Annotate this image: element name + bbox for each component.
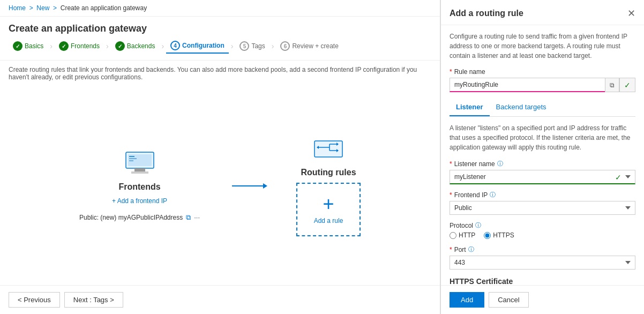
step-icon-configuration: 4 bbox=[170, 41, 180, 50]
frontends-label: Frontends bbox=[118, 182, 160, 192]
step-sep-5: › bbox=[272, 42, 274, 50]
frontends-icon bbox=[124, 150, 156, 177]
https-cert-heading: HTTPS Certificate bbox=[450, 277, 635, 285]
step-sep-2: › bbox=[106, 42, 109, 50]
prev-button[interactable]: < Previous bbox=[9, 292, 60, 308]
protocol-label-text: Protocol bbox=[450, 222, 473, 229]
routing-rules-box: Routing rules + Add a rule bbox=[296, 136, 361, 236]
tab-backend-targets[interactable]: Backend targets bbox=[490, 99, 553, 116]
rule-name-check-btn[interactable]: ✓ bbox=[619, 78, 635, 92]
listener-name-label-text: Listener name bbox=[454, 160, 495, 168]
protocol-https-option[interactable]: HTTPS bbox=[484, 231, 514, 239]
port-label-text: Port bbox=[454, 246, 466, 253]
step-frontends[interactable]: ✓ Frontends bbox=[55, 39, 104, 53]
listener-name-group: * Listener name ⓘ myListener ✓ bbox=[450, 160, 635, 184]
step-tags[interactable]: 5 Tags bbox=[235, 39, 269, 53]
step-label-tags: Tags bbox=[251, 42, 265, 50]
frontend-ip-label-text: Frontend IP bbox=[454, 191, 488, 199]
add-button[interactable]: Add bbox=[450, 292, 484, 308]
rule-name-group: * Rule name ⧉ ✓ bbox=[450, 68, 635, 92]
more-icon[interactable]: ··· bbox=[194, 213, 200, 221]
page-title: Create an application gateway bbox=[0, 17, 440, 39]
rule-name-label: * Rule name bbox=[450, 68, 635, 76]
protocol-https-label: HTTPS bbox=[493, 231, 514, 239]
port-label: * Port ⓘ bbox=[450, 245, 635, 253]
listener-description: A listener "listens" on a specified port… bbox=[450, 123, 635, 152]
panel-header: Add a routing rule ✕ bbox=[441, 0, 644, 25]
cancel-button[interactable]: Cancel bbox=[489, 292, 528, 308]
bottom-bar: < Previous Next : Tags > bbox=[0, 285, 440, 314]
next-button[interactable]: Next : Tags > bbox=[64, 292, 123, 308]
protocol-label: Protocol ⓘ bbox=[450, 221, 635, 229]
add-rule-plus-icon: + bbox=[323, 195, 334, 214]
description: Create routing rules that link your fron… bbox=[0, 61, 440, 86]
listener-name-select[interactable]: myListener bbox=[450, 170, 635, 184]
step-label-configuration: Configuration bbox=[182, 42, 224, 49]
panel-body: Configure a routing rule to send traffic… bbox=[441, 25, 644, 285]
port-group: * Port ⓘ 443 bbox=[450, 245, 635, 270]
frontend-item-text: Public: (new) myAGPublicIPAddress bbox=[79, 214, 183, 221]
step-icon-review: 6 bbox=[280, 41, 290, 51]
step-icon-tags: 5 bbox=[239, 41, 249, 51]
left-panel: Home > New > Create an application gatew… bbox=[0, 0, 440, 314]
frontend-item-row: Public: (new) myAGPublicIPAddress ⧉ ··· bbox=[79, 213, 200, 222]
frontend-ip-label: * Frontend IP ⓘ bbox=[450, 191, 635, 199]
protocol-http-option[interactable]: HTTP bbox=[450, 231, 475, 239]
protocol-http-radio[interactable] bbox=[450, 232, 456, 239]
right-panel: Add a routing rule ✕ Configure a routing… bbox=[440, 0, 644, 314]
frontend-ip-select[interactable]: Public bbox=[450, 201, 635, 215]
frontends-box: Frontends + Add a frontend IP Public: (n… bbox=[79, 150, 200, 222]
step-review[interactable]: 6 Review + create bbox=[276, 39, 342, 53]
protocol-http-label: HTTP bbox=[459, 231, 475, 239]
rule-name-copy-btn[interactable]: ⧉ bbox=[605, 78, 619, 92]
steps-nav: ✓ Basics › ✓ Frontends › ✓ Backends › 4 … bbox=[0, 39, 440, 61]
add-frontend-link[interactable]: + Add a frontend IP bbox=[112, 197, 167, 205]
panel-title: Add a routing rule bbox=[450, 9, 523, 18]
breadcrumb-current: Create an application gateway bbox=[61, 4, 147, 12]
protocol-info-icon[interactable]: ⓘ bbox=[475, 221, 481, 229]
port-info-icon[interactable]: ⓘ bbox=[468, 245, 474, 253]
step-configuration[interactable]: 4 Configuration bbox=[166, 39, 229, 54]
step-icon-frontends: ✓ bbox=[59, 41, 69, 51]
flow-arrow bbox=[232, 185, 264, 186]
listener-name-info-icon[interactable]: ⓘ bbox=[497, 160, 503, 168]
svg-rect-7 bbox=[314, 141, 342, 157]
step-label-frontends: Frontends bbox=[71, 42, 100, 50]
rule-name-input-row: ⧉ ✓ bbox=[450, 78, 635, 92]
frontend-ip-info-icon[interactable]: ⓘ bbox=[490, 191, 496, 199]
listener-name-field: myListener ✓ bbox=[450, 170, 635, 184]
protocol-https-radio[interactable] bbox=[484, 232, 491, 239]
required-mark-4: * bbox=[450, 246, 452, 253]
step-label-backends: Backends bbox=[127, 42, 155, 50]
panel-tabs: Listener Backend targets bbox=[450, 99, 635, 117]
svg-rect-5 bbox=[134, 168, 145, 171]
panel-description: Configure a routing rule to send traffic… bbox=[450, 32, 635, 61]
required-mark-2: * bbox=[450, 160, 452, 168]
step-label-review: Review + create bbox=[292, 42, 338, 50]
add-rule-label: Add a rule bbox=[314, 217, 343, 225]
step-sep-3: › bbox=[161, 42, 164, 50]
rule-name-field: ⧉ ✓ bbox=[450, 78, 635, 92]
close-button[interactable]: ✕ bbox=[627, 8, 635, 19]
step-icon-basics: ✓ bbox=[13, 41, 23, 51]
listener-name-label: * Listener name ⓘ bbox=[450, 160, 635, 168]
breadcrumb-home[interactable]: Home bbox=[9, 4, 26, 12]
routing-rules-icon bbox=[312, 136, 345, 162]
port-select[interactable]: 443 bbox=[450, 256, 635, 270]
rule-name-label-text: Rule name bbox=[454, 68, 485, 76]
tab-listener[interactable]: Listener bbox=[450, 99, 490, 116]
add-rule-box[interactable]: + Add a rule bbox=[296, 183, 361, 236]
arrow-shape bbox=[232, 185, 264, 186]
routing-rules-label: Routing rules bbox=[301, 168, 356, 177]
frontend-ip-group: * Frontend IP ⓘ Public bbox=[450, 191, 635, 215]
step-sep-1: › bbox=[50, 42, 53, 50]
breadcrumb-new[interactable]: New bbox=[36, 4, 49, 12]
required-mark: * bbox=[450, 68, 452, 76]
main-content: Frontends + Add a frontend IP Public: (n… bbox=[0, 86, 440, 285]
protocol-group: Protocol ⓘ HTTP HTTPS bbox=[450, 221, 635, 239]
step-backends[interactable]: ✓ Backends bbox=[111, 39, 160, 53]
rule-name-input[interactable] bbox=[450, 78, 605, 92]
copy-icon[interactable]: ⧉ bbox=[186, 213, 191, 222]
step-basics[interactable]: ✓ Basics bbox=[9, 39, 48, 53]
panel-footer: Add Cancel bbox=[441, 285, 644, 314]
